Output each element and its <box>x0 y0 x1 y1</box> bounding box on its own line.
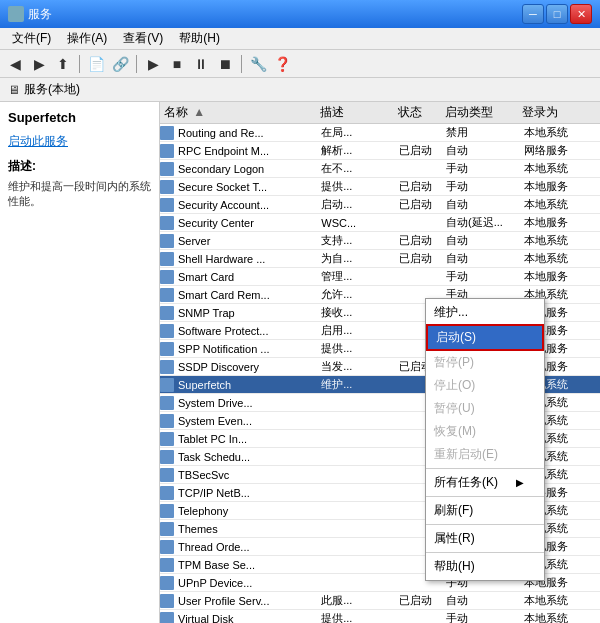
col-header-startup[interactable]: 启动类型 <box>445 104 523 121</box>
title-bar: 服务 ─ □ ✕ <box>0 0 600 28</box>
service-name: User Profile Serv... <box>176 595 319 607</box>
table-row[interactable]: Secondary Logon在不...手动本地系统 <box>160 160 600 178</box>
col-header-status[interactable]: 状态 <box>398 104 445 121</box>
service-name: Security Account... <box>176 199 319 211</box>
context-menu-item-restart: 重新启动(E) <box>426 443 544 466</box>
minimize-button[interactable]: ─ <box>522 4 544 24</box>
service-icon <box>160 378 174 392</box>
service-startup-type: 自动 <box>444 251 522 266</box>
service-login: 网络服务 <box>522 143 600 158</box>
context-menu-item-all-tasks[interactable]: 所有任务(K)▶ <box>426 471 544 494</box>
service-login: 本地服务 <box>522 215 600 230</box>
menu-item-帮助h[interactable]: 帮助(H) <box>171 28 228 49</box>
service-status: 已启动 <box>397 251 444 266</box>
service-icon <box>160 612 174 624</box>
service-name: Routing and Re... <box>176 127 319 139</box>
service-desc: 提供... <box>319 611 397 623</box>
col-header-name[interactable]: 名称 ▲ <box>160 104 320 121</box>
table-row[interactable]: RPC Endpoint M...解析...已启动自动网络服务 <box>160 142 600 160</box>
col-header-login[interactable]: 登录为 <box>522 104 600 121</box>
restart-service-button[interactable]: ⏹ <box>214 53 236 75</box>
service-name: RPC Endpoint M... <box>176 145 319 157</box>
col-header-desc[interactable]: 描述 <box>320 104 398 121</box>
service-desc: 在局... <box>319 125 397 140</box>
service-icon <box>160 342 174 356</box>
forward-button[interactable]: ▶ <box>28 53 50 75</box>
context-menu-item-label: 刷新(F) <box>434 502 473 519</box>
table-row[interactable]: Server支持...已启动自动本地系统 <box>160 232 600 250</box>
start-service-button[interactable]: ▶ <box>142 53 164 75</box>
service-icon <box>160 216 174 230</box>
table-row[interactable]: Security CenterWSC...自动(延迟...本地服务 <box>160 214 600 232</box>
service-icon <box>160 396 174 410</box>
service-login: 本地系统 <box>522 197 600 212</box>
service-status: 已启动 <box>397 179 444 194</box>
service-desc: 此服... <box>319 593 397 608</box>
service-icon <box>160 324 174 338</box>
table-row[interactable]: User Profile Serv...此服...已启动自动本地系统 <box>160 592 600 610</box>
service-name: Smart Card Rem... <box>176 289 319 301</box>
service-status: 已启动 <box>397 143 444 158</box>
service-startup-type: 手动 <box>444 179 522 194</box>
main-content: Superfetch 启动此服务 描述: 维护和提高一段时间内的系统性能。 名称… <box>0 102 600 623</box>
context-menu-item-label: 暂停(U) <box>434 400 475 417</box>
sort-icon: ▲ <box>193 105 205 119</box>
table-header: 名称 ▲ 描述 状态 启动类型 登录为 <box>160 102 600 124</box>
table-row[interactable]: Security Account...启动...已启动自动本地系统 <box>160 196 600 214</box>
context-menu-item-label: 帮助(H) <box>434 558 475 575</box>
service-icon <box>160 234 174 248</box>
filter-button[interactable]: 🔗 <box>109 53 131 75</box>
service-desc: 维护... <box>319 377 397 392</box>
table-row[interactable]: Routing and Re...在局...禁用本地系统 <box>160 124 600 142</box>
service-icon <box>160 126 174 140</box>
service-name: Telephony <box>176 505 319 517</box>
submenu-arrow-icon: ▶ <box>516 477 524 488</box>
show-hide-button[interactable]: 📄 <box>85 53 107 75</box>
close-button[interactable]: ✕ <box>570 4 592 24</box>
context-menu-item-start[interactable]: 启动(S) <box>426 324 544 351</box>
table-row[interactable]: Secure Socket T...提供...已启动手动本地服务 <box>160 178 600 196</box>
toolbar: ◀ ▶ ⬆ 📄 🔗 ▶ ■ ⏸ ⏹ 🔧 ❓ <box>0 50 600 78</box>
help-button[interactable]: ❓ <box>271 53 293 75</box>
pause-service-button[interactable]: ⏸ <box>190 53 212 75</box>
menu-item-查看v[interactable]: 查看(V) <box>115 28 171 49</box>
service-name: Virtual Disk <box>176 613 319 624</box>
service-startup-type: 手动 <box>444 611 522 623</box>
start-service-link[interactable]: 启动此服务 <box>8 133 151 150</box>
service-icon <box>160 144 174 158</box>
properties-button[interactable]: 🔧 <box>247 53 269 75</box>
service-desc: 为自... <box>319 251 397 266</box>
service-desc: 启动... <box>319 197 397 212</box>
maximize-button[interactable]: □ <box>546 4 568 24</box>
context-menu-item-properties[interactable]: 属性(R) <box>426 527 544 550</box>
stop-service-button[interactable]: ■ <box>166 53 188 75</box>
service-login: 本地服务 <box>522 179 600 194</box>
service-icon <box>160 450 174 464</box>
table-row[interactable]: Smart Card管理...手动本地服务 <box>160 268 600 286</box>
service-name: Secure Socket T... <box>176 181 319 193</box>
context-menu-item-refresh[interactable]: 刷新(F) <box>426 499 544 522</box>
table-row[interactable]: Shell Hardware ...为自...已启动自动本地系统 <box>160 250 600 268</box>
up-button[interactable]: ⬆ <box>52 53 74 75</box>
service-icon <box>160 486 174 500</box>
service-name: Superfetch <box>176 379 319 391</box>
context-menu-item-label: 属性(R) <box>434 530 475 547</box>
service-name: Task Schedu... <box>176 451 319 463</box>
desc-title: 描述: <box>8 158 151 175</box>
back-button[interactable]: ◀ <box>4 53 26 75</box>
service-name: TCP/IP NetB... <box>176 487 319 499</box>
service-name: System Even... <box>176 415 319 427</box>
context-menu-separator <box>426 552 544 553</box>
menu-item-操作a[interactable]: 操作(A) <box>59 28 115 49</box>
toolbar-separator-3 <box>241 55 242 73</box>
service-startup-type: 自动 <box>444 593 522 608</box>
service-startup-type: 手动 <box>444 161 522 176</box>
context-menu-item-label: 维护... <box>434 304 468 321</box>
service-name: Software Protect... <box>176 325 319 337</box>
context-menu-item-help[interactable]: 帮助(H) <box>426 555 544 578</box>
context-menu-item-label: 停止(O) <box>434 377 475 394</box>
service-name: Themes <box>176 523 319 535</box>
table-row[interactable]: Virtual Disk提供...手动本地系统 <box>160 610 600 623</box>
context-menu-item-open[interactable]: 维护... <box>426 301 544 324</box>
menu-item-文件f[interactable]: 文件(F) <box>4 28 59 49</box>
